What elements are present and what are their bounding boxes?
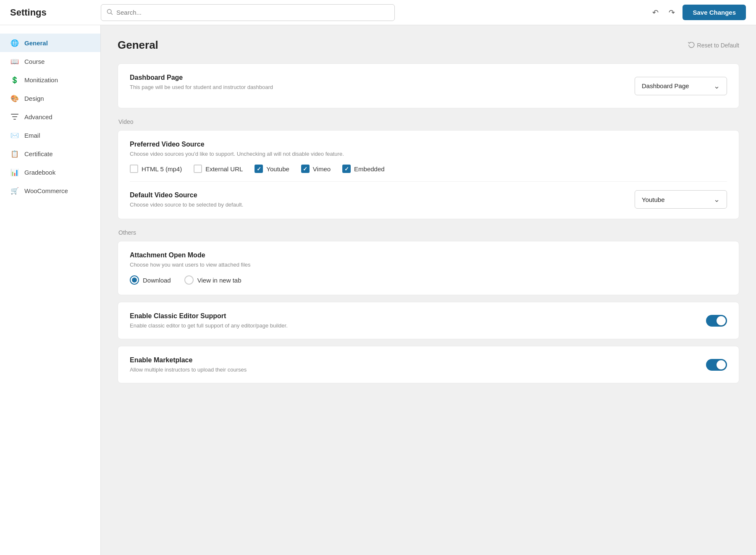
book-icon: 📖 <box>10 57 19 66</box>
email-icon: ✉️ <box>10 131 19 140</box>
classic-editor-card: Enable Classic Editor Support Enable cla… <box>118 302 739 339</box>
checkbox-external-url[interactable]: External URL <box>194 165 243 173</box>
search-bar[interactable] <box>101 4 395 21</box>
default-video-info: Default Video Source Choose video source… <box>130 191 243 208</box>
sidebar: 🌐 General 📖 Course 💲 Monitization 🎨 Desi… <box>0 25 101 555</box>
classic-editor-row: Enable Classic Editor Support Enable cla… <box>130 312 727 329</box>
search-icon <box>106 8 113 16</box>
main-content: General Reset to Default Dashboard Page … <box>101 25 756 555</box>
woocommerce-icon: 🛒 <box>10 186 19 195</box>
checkbox-embedded-box <box>342 165 351 173</box>
certificate-icon: 📋 <box>10 149 19 158</box>
marketplace-info: Enable Marketplace Allow multiple instru… <box>130 356 247 373</box>
sidebar-item-advanced[interactable]: Advanced <box>0 107 100 126</box>
classic-editor-desc: Enable classic editor to get full suppor… <box>130 322 288 329</box>
default-video-dropdown-value: Youtube <box>642 196 665 203</box>
radio-download-circle <box>130 275 139 285</box>
default-video-section: Default Video Source Choose video source… <box>118 182 739 219</box>
checkbox-html5-label: HTML 5 (mp4) <box>142 165 182 173</box>
layout: 🌐 General 📖 Course 💲 Monitization 🎨 Desi… <box>0 25 756 555</box>
dashboard-card-row: Dashboard Page This page will be used fo… <box>130 74 727 98</box>
video-card: Preferred Video Source Choose video sour… <box>118 130 739 219</box>
dashboard-page-dropdown[interactable]: Dashboard Page ⌄ <box>635 77 727 95</box>
default-video-desc: Choose video source to be selected by de… <box>130 202 243 208</box>
redo-button[interactable]: ↷ <box>666 5 677 20</box>
sidebar-label-email: Email <box>24 132 40 139</box>
sidebar-item-monitization[interactable]: 💲 Monitization <box>0 71 100 89</box>
gradebook-icon: 📊 <box>10 168 19 177</box>
default-video-row: Default Video Source Choose video source… <box>130 190 727 209</box>
radio-download[interactable]: Download <box>130 275 171 285</box>
sidebar-item-gradebook[interactable]: 📊 Gradebook <box>0 163 100 181</box>
marketplace-toggle[interactable] <box>706 359 727 371</box>
reset-to-default-button[interactable]: Reset to Default <box>688 42 739 49</box>
sidebar-label-gradebook: Gradebook <box>24 169 55 176</box>
marketplace-toggle-knob <box>717 360 726 369</box>
radio-new-tab[interactable]: View in new tab <box>184 275 242 285</box>
save-changes-button[interactable]: Save Changes <box>682 5 746 20</box>
header: Settings ↶ ↷ Save Changes <box>0 0 756 25</box>
sidebar-item-email[interactable]: ✉️ Email <box>0 126 100 144</box>
others-section-label: Others <box>118 229 739 236</box>
radio-download-label: Download <box>143 277 171 284</box>
sidebar-label-advanced: Advanced <box>24 113 52 120</box>
dashboard-dropdown-value: Dashboard Page <box>642 82 689 89</box>
sidebar-label-woocommerce: WooCommerce <box>24 187 68 194</box>
globe-icon: 🌐 <box>10 38 19 47</box>
chevron-down-icon-2: ⌄ <box>714 195 720 204</box>
checkbox-external-url-box <box>194 165 202 173</box>
sidebar-item-certificate[interactable]: 📋 Certificate <box>0 144 100 163</box>
sidebar-item-general[interactable]: 🌐 General <box>0 34 100 52</box>
preferred-video-title: Preferred Video Source <box>130 141 727 148</box>
header-actions: ↶ ↷ Save Changes <box>650 5 746 20</box>
marketplace-row: Enable Marketplace Allow multiple instru… <box>130 356 727 373</box>
radio-new-tab-circle <box>184 275 194 285</box>
undo-button[interactable]: ↶ <box>650 5 661 20</box>
marketplace-desc: Allow multiple instructors to upload the… <box>130 367 247 373</box>
dashboard-page-card: Dashboard Page This page will be used fo… <box>118 63 739 108</box>
sidebar-label-certificate: Certificate <box>24 150 53 157</box>
checkbox-html5[interactable]: HTML 5 (mp4) <box>130 165 182 173</box>
filter-icon <box>10 112 19 121</box>
app-title: Settings <box>10 7 94 18</box>
default-video-dropdown[interactable]: Youtube ⌄ <box>635 190 727 209</box>
checkbox-html5-box <box>130 165 138 173</box>
default-video-title: Default Video Source <box>130 191 243 199</box>
sidebar-label-course: Course <box>24 58 45 65</box>
checkbox-external-url-label: External URL <box>205 165 243 173</box>
design-icon: 🎨 <box>10 94 19 103</box>
page-title: General <box>118 39 158 52</box>
sidebar-label-design: Design <box>24 95 44 102</box>
checkbox-youtube-label: Youtube <box>266 165 289 173</box>
sidebar-item-design[interactable]: 🎨 Design <box>0 89 100 107</box>
main-header: General Reset to Default <box>118 39 739 52</box>
sidebar-item-woocommerce[interactable]: 🛒 WooCommerce <box>0 181 100 200</box>
sidebar-label-monitization: Monitization <box>24 76 58 84</box>
checkbox-vimeo-box <box>301 165 310 173</box>
svg-line-1 <box>111 13 113 15</box>
search-input[interactable] <box>116 9 389 16</box>
video-section-label: Video <box>118 118 739 125</box>
marketplace-card: Enable Marketplace Allow multiple instru… <box>118 346 739 383</box>
sidebar-item-course[interactable]: 📖 Course <box>0 52 100 71</box>
preferred-video-desc: Choose video sources you'd like to suppo… <box>130 151 727 157</box>
marketplace-title: Enable Marketplace <box>130 356 247 364</box>
dashboard-card-info: Dashboard Page This page will be used fo… <box>130 74 273 98</box>
checkbox-vimeo-label: Vimeo <box>313 165 331 173</box>
checkbox-youtube[interactable]: Youtube <box>255 165 289 173</box>
attachment-radio-group: Download View in new tab <box>130 275 727 285</box>
attachment-open-mode-card: Attachment Open Mode Choose how you want… <box>118 241 739 295</box>
checkbox-youtube-box <box>255 165 263 173</box>
dollar-icon: 💲 <box>10 75 19 84</box>
preferred-video-section: Preferred Video Source Choose video sour… <box>118 131 739 181</box>
attachment-desc: Choose how you want users to view attach… <box>130 262 727 268</box>
classic-editor-toggle[interactable] <box>706 315 727 327</box>
classic-editor-title: Enable Classic Editor Support <box>130 312 288 320</box>
checkbox-embedded[interactable]: Embedded <box>342 165 385 173</box>
sidebar-label-general: General <box>24 39 48 47</box>
radio-new-tab-label: View in new tab <box>197 277 242 284</box>
classic-editor-info: Enable Classic Editor Support Enable cla… <box>130 312 288 329</box>
dashboard-card-desc: This page will be used for student and i… <box>130 84 273 90</box>
classic-editor-toggle-knob <box>717 316 726 325</box>
checkbox-vimeo[interactable]: Vimeo <box>301 165 331 173</box>
